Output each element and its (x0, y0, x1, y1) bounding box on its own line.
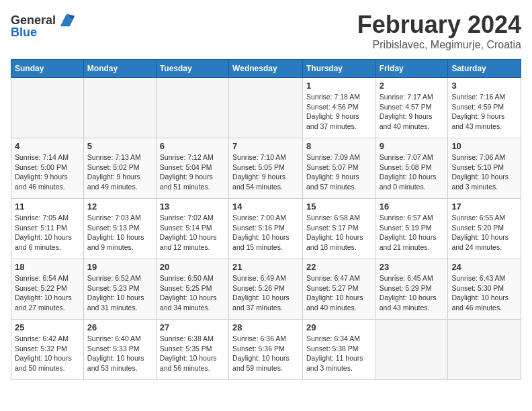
day-info: Sunrise: 7:10 AM Sunset: 5:05 PM Dayligh… (232, 152, 299, 192)
day-info: Sunrise: 7:07 AM Sunset: 5:08 PM Dayligh… (380, 152, 445, 192)
day-number: 14 (232, 201, 299, 212)
weekday-header-thursday: Thursday (302, 60, 375, 78)
calendar-cell: 15Sunrise: 6:58 AM Sunset: 5:17 PM Dayli… (302, 199, 375, 259)
calendar-cell: 24Sunrise: 6:43 AM Sunset: 5:30 PM Dayli… (448, 259, 521, 320)
day-number: 23 (380, 262, 445, 272)
day-number: 13 (160, 201, 225, 212)
day-info: Sunrise: 6:55 AM Sunset: 5:20 PM Dayligh… (451, 213, 517, 253)
calendar-cell: 9Sunrise: 7:07 AM Sunset: 5:08 PM Daylig… (375, 138, 448, 199)
weekday-header-friday: Friday (375, 60, 448, 78)
calendar-cell (448, 320, 521, 380)
day-number: 15 (306, 201, 372, 212)
day-info: Sunrise: 6:49 AM Sunset: 5:26 PM Dayligh… (232, 273, 299, 313)
day-number: 10 (451, 141, 517, 151)
logo-blue: Blue (11, 26, 37, 40)
location-title: Pribislavec, Megimurje, Croatia (357, 39, 521, 51)
day-info: Sunrise: 7:13 AM Sunset: 5:02 PM Dayligh… (87, 152, 152, 192)
calendar-cell: 20Sunrise: 6:50 AM Sunset: 5:25 PM Dayli… (156, 259, 228, 320)
calendar-cell: 28Sunrise: 6:36 AM Sunset: 5:36 PM Dayli… (229, 320, 303, 380)
calendar-cell: 10Sunrise: 7:06 AM Sunset: 5:10 PM Dayli… (448, 138, 521, 199)
day-number: 20 (160, 262, 225, 272)
weekday-header-wednesday: Wednesday (229, 60, 303, 78)
weekday-header-tuesday: Tuesday (156, 60, 228, 78)
calendar-cell: 21Sunrise: 6:49 AM Sunset: 5:26 PM Dayli… (229, 259, 303, 320)
day-info: Sunrise: 6:50 AM Sunset: 5:25 PM Dayligh… (160, 273, 225, 313)
calendar-cell: 22Sunrise: 6:47 AM Sunset: 5:27 PM Dayli… (302, 259, 375, 320)
day-number: 26 (87, 322, 152, 332)
calendar-cell: 1Sunrise: 7:18 AM Sunset: 4:56 PM Daylig… (302, 78, 375, 138)
day-info: Sunrise: 6:42 AM Sunset: 5:32 PM Dayligh… (15, 334, 80, 373)
day-info: Sunrise: 6:43 AM Sunset: 5:30 PM Dayligh… (451, 273, 517, 313)
calendar-cell: 4Sunrise: 7:14 AM Sunset: 5:00 PM Daylig… (11, 138, 84, 199)
day-info: Sunrise: 7:17 AM Sunset: 4:57 PM Dayligh… (380, 92, 445, 132)
day-info: Sunrise: 6:58 AM Sunset: 5:17 PM Dayligh… (306, 213, 372, 253)
weekday-header-monday: Monday (83, 60, 156, 78)
day-number: 21 (232, 262, 299, 272)
calendar-cell: 14Sunrise: 7:00 AM Sunset: 5:16 PM Dayli… (229, 199, 303, 259)
day-number: 22 (306, 262, 372, 272)
calendar-cell: 8Sunrise: 7:09 AM Sunset: 5:07 PM Daylig… (302, 138, 375, 199)
calendar-cell: 13Sunrise: 7:02 AM Sunset: 5:14 PM Dayli… (156, 199, 228, 259)
calendar-cell: 6Sunrise: 7:12 AM Sunset: 5:04 PM Daylig… (156, 138, 228, 199)
day-info: Sunrise: 7:00 AM Sunset: 5:16 PM Dayligh… (232, 213, 299, 253)
day-info: Sunrise: 6:54 AM Sunset: 5:22 PM Dayligh… (15, 273, 80, 313)
calendar-cell (11, 78, 84, 138)
calendar-cell: 12Sunrise: 7:03 AM Sunset: 5:13 PM Dayli… (83, 199, 156, 259)
calendar-table: SundayMondayTuesdayWednesdayThursdayFrid… (11, 59, 521, 380)
day-info: Sunrise: 6:45 AM Sunset: 5:29 PM Dayligh… (380, 273, 445, 313)
day-info: Sunrise: 7:09 AM Sunset: 5:07 PM Dayligh… (306, 152, 372, 192)
calendar-cell (156, 78, 228, 138)
day-number: 8 (306, 141, 372, 151)
day-number: 12 (87, 201, 152, 212)
day-number: 27 (160, 322, 225, 332)
calendar-cell: 5Sunrise: 7:13 AM Sunset: 5:02 PM Daylig… (83, 138, 156, 199)
calendar-cell: 2Sunrise: 7:17 AM Sunset: 4:57 PM Daylig… (375, 78, 448, 138)
calendar-week-row: 4Sunrise: 7:14 AM Sunset: 5:00 PM Daylig… (11, 138, 521, 199)
calendar-cell: 23Sunrise: 6:45 AM Sunset: 5:29 PM Dayli… (375, 259, 448, 320)
day-number: 18 (15, 262, 80, 272)
calendar-cell: 3Sunrise: 7:16 AM Sunset: 4:59 PM Daylig… (448, 78, 521, 138)
day-info: Sunrise: 7:12 AM Sunset: 5:04 PM Dayligh… (160, 152, 225, 192)
calendar-cell: 16Sunrise: 6:57 AM Sunset: 5:19 PM Dayli… (375, 199, 448, 259)
day-number: 6 (160, 141, 225, 151)
day-info: Sunrise: 7:14 AM Sunset: 5:00 PM Dayligh… (15, 152, 80, 192)
calendar-week-row: 11Sunrise: 7:05 AM Sunset: 5:11 PM Dayli… (11, 199, 521, 259)
day-number: 1 (306, 81, 372, 91)
calendar-cell: 11Sunrise: 7:05 AM Sunset: 5:11 PM Dayli… (11, 199, 84, 259)
day-number: 4 (15, 141, 80, 151)
calendar-cell: 17Sunrise: 6:55 AM Sunset: 5:20 PM Dayli… (448, 199, 521, 259)
calendar-cell: 29Sunrise: 6:34 AM Sunset: 5:38 PM Dayli… (302, 320, 375, 380)
logo-icon (57, 11, 76, 30)
day-info: Sunrise: 7:02 AM Sunset: 5:14 PM Dayligh… (160, 213, 225, 253)
calendar-week-row: 25Sunrise: 6:42 AM Sunset: 5:32 PM Dayli… (11, 320, 521, 380)
day-number: 24 (451, 262, 517, 272)
day-number: 5 (87, 141, 152, 151)
day-info: Sunrise: 6:40 AM Sunset: 5:33 PM Dayligh… (87, 334, 152, 373)
title-area: February 2024 Pribislavec, Megimurje, Cr… (357, 11, 521, 51)
calendar-cell: 7Sunrise: 7:10 AM Sunset: 5:05 PM Daylig… (229, 138, 303, 199)
logo: General Blue (11, 11, 76, 40)
calendar-cell (229, 78, 303, 138)
day-info: Sunrise: 7:06 AM Sunset: 5:10 PM Dayligh… (451, 152, 517, 192)
day-number: 17 (451, 201, 517, 212)
calendar-week-row: 1Sunrise: 7:18 AM Sunset: 4:56 PM Daylig… (11, 78, 521, 138)
calendar-cell: 27Sunrise: 6:38 AM Sunset: 5:35 PM Dayli… (156, 320, 228, 380)
day-info: Sunrise: 7:16 AM Sunset: 4:59 PM Dayligh… (451, 92, 517, 132)
day-number: 11 (15, 201, 80, 212)
calendar-cell (83, 78, 156, 138)
day-number: 9 (380, 141, 445, 151)
day-number: 16 (380, 201, 445, 212)
day-info: Sunrise: 6:57 AM Sunset: 5:19 PM Dayligh… (380, 213, 445, 253)
day-info: Sunrise: 7:18 AM Sunset: 4:56 PM Dayligh… (306, 92, 372, 132)
weekday-header-row: SundayMondayTuesdayWednesdayThursdayFrid… (11, 60, 521, 78)
day-info: Sunrise: 6:34 AM Sunset: 5:38 PM Dayligh… (306, 334, 372, 373)
calendar-cell: 25Sunrise: 6:42 AM Sunset: 5:32 PM Dayli… (11, 320, 84, 380)
day-info: Sunrise: 6:52 AM Sunset: 5:23 PM Dayligh… (87, 273, 152, 313)
day-info: Sunrise: 7:05 AM Sunset: 5:11 PM Dayligh… (15, 213, 80, 253)
page-header: General Blue February 2024 Pribislavec, … (11, 11, 521, 51)
weekday-header-sunday: Sunday (11, 60, 84, 78)
day-number: 7 (232, 141, 299, 151)
day-number: 19 (87, 262, 152, 272)
calendar-cell: 19Sunrise: 6:52 AM Sunset: 5:23 PM Dayli… (83, 259, 156, 320)
day-info: Sunrise: 6:38 AM Sunset: 5:35 PM Dayligh… (160, 334, 225, 373)
